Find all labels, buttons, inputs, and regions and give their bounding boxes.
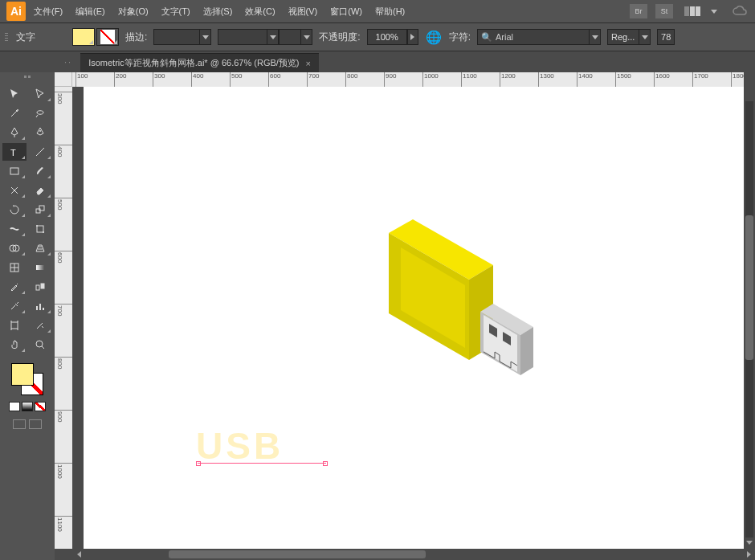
workspace-switcher[interactable] <box>684 6 700 16</box>
brush-combo[interactable] <box>218 29 312 45</box>
magic-wand-tool[interactable] <box>2 104 27 122</box>
stroke-swatch[interactable] <box>96 28 119 46</box>
scale-tool[interactable] <box>28 201 52 219</box>
brush-dropdown[interactable] <box>267 29 279 45</box>
eraser-tool[interactable] <box>28 182 52 199</box>
free-transform-tool[interactable] <box>28 220 52 238</box>
opacity-input[interactable] <box>367 29 407 45</box>
rotate-tool[interactable] <box>2 201 27 219</box>
menu-edit[interactable]: 编辑(E) <box>71 2 110 21</box>
symbol-sprayer-tool[interactable] <box>2 297 27 315</box>
direct-selection-tool[interactable] <box>28 85 52 103</box>
scroll-right-icon[interactable] <box>744 550 753 558</box>
color-mode-swatches <box>9 402 46 411</box>
svg-marker-28 <box>520 327 533 375</box>
stroke-profile[interactable] <box>279 29 301 45</box>
canvas-wrapper: 1002003004005006007008009001000110012001… <box>55 72 755 560</box>
svg-rect-15 <box>41 284 44 288</box>
fill-stroke-indicator[interactable] <box>10 362 45 397</box>
svg-line-21 <box>42 346 44 349</box>
artboard-text[interactable]: USB <box>196 424 284 468</box>
shaper-tool[interactable] <box>2 182 27 199</box>
fill-color-icon[interactable] <box>11 363 34 386</box>
vertical-ruler[interactable]: 30040050060070080090010001100 <box>55 87 72 549</box>
toolbox: T <box>0 72 55 560</box>
menu-type[interactable]: 文字(T) <box>157 2 195 21</box>
document-tab[interactable]: Isometric等距视角斜角网格.ai* @ 66.67% (RGB/预览) … <box>80 53 319 72</box>
mesh-tool[interactable] <box>2 259 27 276</box>
fill-swatch[interactable] <box>72 28 95 46</box>
menu-effect[interactable]: 效果(C) <box>240 2 280 21</box>
menu-file[interactable]: 文件(F) <box>29 2 67 21</box>
horizontal-scrollbar[interactable] <box>72 549 755 560</box>
zoom-tool[interactable] <box>28 336 52 354</box>
scroll-left-icon[interactable] <box>74 550 84 558</box>
menu-view[interactable]: 视图(V) <box>284 2 323 21</box>
paragraph-globe-icon[interactable]: 🌐 <box>425 28 443 46</box>
curvature-tool[interactable] <box>28 124 52 141</box>
bridge-button[interactable]: Br <box>630 4 647 18</box>
menu-object[interactable]: 对象(O) <box>113 2 153 21</box>
svg-rect-13 <box>36 265 44 270</box>
paintbrush-tool[interactable] <box>28 162 52 180</box>
artboard-tool[interactable] <box>2 317 27 334</box>
selection-tool[interactable] <box>2 85 27 103</box>
ruler-origin[interactable] <box>55 72 72 87</box>
tool-label: 文字 <box>16 31 35 44</box>
width-tool[interactable] <box>2 220 27 238</box>
color-mode-solid[interactable] <box>9 402 20 411</box>
font-style-input[interactable] <box>607 29 639 45</box>
slice-tool[interactable] <box>28 317 52 334</box>
svg-rect-16 <box>36 306 38 310</box>
color-mode-none[interactable] <box>35 402 46 411</box>
svg-point-8 <box>36 225 38 227</box>
menu-window[interactable]: 窗口(W) <box>325 2 367 21</box>
menu-select[interactable]: 选择(S) <box>198 2 238 21</box>
svg-point-1 <box>39 130 41 132</box>
type-tool[interactable]: T <box>2 143 27 161</box>
svg-rect-17 <box>39 304 41 310</box>
font-family-field[interactable]: 🔍 Arial <box>477 29 590 45</box>
perspective-grid-tool[interactable] <box>28 239 52 257</box>
font-size-combo[interactable] <box>657 29 675 45</box>
toolbox-handle[interactable] <box>0 76 55 82</box>
vertical-scrollbar[interactable] <box>744 87 755 549</box>
controlbar-handle[interactable] <box>3 33 10 41</box>
stroke-weight-combo[interactable] <box>153 29 211 45</box>
font-family-combo[interactable]: 🔍 Arial <box>477 29 601 45</box>
menu-help[interactable]: 帮助(H) <box>370 2 410 21</box>
scrollbar-thumb[interactable] <box>169 550 426 558</box>
font-family-dropdown[interactable] <box>590 29 601 45</box>
shape-builder-tool[interactable] <box>2 239 27 257</box>
horizontal-ruler[interactable]: 1002003004005006007008009001000110012001… <box>72 72 744 87</box>
tabstrip-handle[interactable]: ·· <box>64 57 72 67</box>
scroll-down-icon[interactable] <box>745 538 753 547</box>
lasso-tool[interactable] <box>28 104 52 122</box>
line-tool[interactable] <box>28 143 52 161</box>
stroke-weight-input[interactable] <box>153 29 200 45</box>
blend-tool[interactable] <box>28 278 52 296</box>
screen-mode-icons[interactable] <box>13 419 42 429</box>
hand-tool[interactable] <box>2 336 27 354</box>
font-style-combo[interactable] <box>607 29 651 45</box>
svg-text:T: T <box>10 148 16 157</box>
stroke-profile-dropdown[interactable] <box>301 29 312 45</box>
stroke-weight-dropdown[interactable] <box>200 29 211 45</box>
eyedropper-tool[interactable] <box>2 278 27 296</box>
stock-button[interactable]: St <box>655 4 673 18</box>
opacity-combo[interactable] <box>367 29 418 45</box>
rectangle-tool[interactable] <box>2 162 27 180</box>
color-mode-gradient[interactable] <box>22 402 33 411</box>
gradient-tool[interactable] <box>28 259 52 276</box>
canvas[interactable]: USB <box>72 87 744 549</box>
main-area: T <box>0 72 755 560</box>
column-graph-tool[interactable] <box>28 297 52 315</box>
scrollbar-thumb[interactable] <box>745 215 753 360</box>
font-size-input[interactable] <box>657 29 675 45</box>
close-icon[interactable]: × <box>306 59 311 68</box>
font-style-dropdown[interactable] <box>639 29 651 45</box>
sync-icon[interactable] <box>733 6 749 17</box>
opacity-popup[interactable] <box>407 29 418 45</box>
pen-tool[interactable] <box>2 124 27 141</box>
workspace-dropdown[interactable] <box>708 3 720 19</box>
